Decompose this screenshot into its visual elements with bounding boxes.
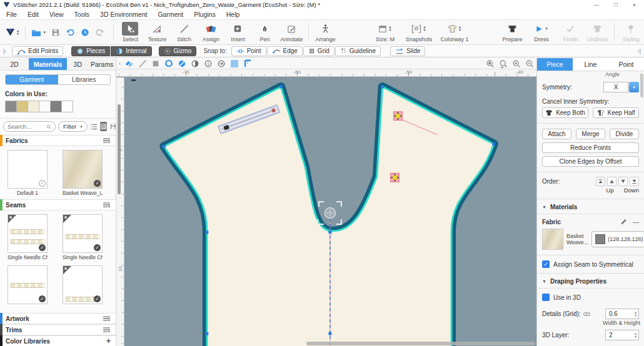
size-selector[interactable]: ▲▼ Size: M bbox=[369, 20, 401, 44]
half-shade-icon[interactable] bbox=[191, 59, 199, 68]
close-button[interactable]: × bbox=[633, 2, 636, 8]
section-menu-icon[interactable] bbox=[103, 315, 111, 322]
expand-right-icon[interactable]: ›| bbox=[638, 48, 641, 54]
symmetry-select-arrow[interactable]: ▾ bbox=[629, 82, 639, 92]
prepare-button[interactable]: Prepare bbox=[499, 20, 526, 44]
pattern-piece-view[interactable] bbox=[116, 77, 536, 346]
assign-seam-checkbox[interactable]: ✓ bbox=[542, 260, 550, 268]
filter-dropdown[interactable]: Filter ▾ bbox=[58, 121, 88, 132]
slide-button[interactable]: Slide bbox=[390, 46, 425, 56]
tool-stitch[interactable]: Stitch bbox=[171, 20, 198, 44]
fabrics-section-header[interactable]: Fabrics bbox=[0, 135, 116, 146]
menu-edit[interactable]: Edit bbox=[28, 11, 39, 18]
undo-icon[interactable] bbox=[66, 28, 75, 37]
fabric-view-icon[interactable] bbox=[125, 59, 134, 68]
menu-garment[interactable]: Garment bbox=[158, 11, 183, 18]
solid-fill-icon[interactable] bbox=[151, 59, 160, 68]
search-input[interactable] bbox=[8, 123, 46, 130]
vertical-scrollbar[interactable] bbox=[118, 104, 121, 194]
color-swatch[interactable] bbox=[39, 101, 51, 112]
add-icon[interactable]: + bbox=[106, 337, 111, 345]
menu-view[interactable]: View bbox=[49, 11, 64, 18]
fabric-item-default[interactable]: ✓ Default 1 bbox=[8, 150, 48, 196]
divide-button[interactable]: Divide bbox=[610, 129, 639, 139]
3d-layer-input[interactable]: 2 ▲▼ bbox=[605, 330, 639, 340]
order-down-button[interactable] bbox=[618, 177, 628, 186]
tab-params[interactable]: Params bbox=[88, 58, 116, 70]
collapse-left-icon[interactable]: |‹ bbox=[3, 48, 6, 54]
colorway-selector[interactable]: ▲▼ Colorway 1 bbox=[436, 20, 473, 44]
keep-half-button[interactable]: Keep Half bbox=[593, 107, 639, 118]
undress-button[interactable]: Undress bbox=[584, 20, 611, 44]
open-button[interactable]: ▾ bbox=[31, 28, 46, 37]
draping-properties-header[interactable]: ▼ Draping Properties bbox=[537, 278, 644, 285]
edit-fabric-icon[interactable] bbox=[620, 218, 628, 225]
library-save-button[interactable] bbox=[109, 122, 116, 131]
internal-lines-icon[interactable] bbox=[178, 59, 186, 68]
tab-garment[interactable]: Garment bbox=[6, 75, 58, 84]
menu-plugins[interactable]: Plugins bbox=[194, 11, 215, 18]
styling-button[interactable]: Styling bbox=[618, 20, 644, 44]
tool-select[interactable]: Select bbox=[117, 20, 144, 44]
link-dimensions-icon[interactable] bbox=[583, 312, 591, 317]
info-icon[interactable] bbox=[204, 59, 213, 68]
zoom-in-icon[interactable] bbox=[512, 59, 521, 68]
seams-section-header[interactable]: Seams bbox=[0, 199, 116, 210]
details-grid-input[interactable]: 0.6 ▲▼ bbox=[605, 309, 639, 319]
tool-texture[interactable]: Texture bbox=[144, 20, 171, 44]
zoom-out-icon[interactable] bbox=[525, 59, 534, 68]
tab-line[interactable]: Line bbox=[573, 58, 608, 71]
tool-pen[interactable]: Pen bbox=[251, 20, 278, 44]
panel-collapse-icon[interactable]: ‹ bbox=[119, 61, 121, 67]
attach-button[interactable]: Attach bbox=[542, 129, 571, 139]
seam-item[interactable]: ✓ Single Needle Chai... bbox=[8, 214, 48, 260]
edit-points-button[interactable]: Edit Points bbox=[12, 46, 63, 56]
menu-tools[interactable]: Tools bbox=[74, 11, 90, 18]
arrow-circle-icon[interactable] bbox=[217, 59, 226, 68]
finish-button[interactable]: Finish bbox=[557, 20, 584, 44]
tab-libraries[interactable]: Libraries bbox=[58, 75, 111, 84]
keep-both-button[interactable]: Keep Both bbox=[542, 107, 588, 118]
fabric-color-chip[interactable]: (128,128,128) bbox=[591, 231, 644, 247]
tool-insert[interactable]: Insert bbox=[224, 20, 251, 44]
minimize-button[interactable]: — bbox=[593, 2, 599, 8]
trims-section-header[interactable]: Trims bbox=[0, 324, 116, 335]
tool-annotate[interactable]: Annotate bbox=[278, 20, 305, 44]
color-swatch[interactable] bbox=[28, 101, 39, 112]
menu-file[interactable]: File bbox=[6, 11, 17, 18]
grid-toggle-icon[interactable] bbox=[230, 59, 239, 68]
fabric-thumbnail[interactable] bbox=[542, 229, 563, 250]
maximize-button[interactable]: □ bbox=[614, 2, 617, 8]
remove-fabric-icon[interactable]: — bbox=[633, 219, 639, 225]
color-swatch[interactable] bbox=[5, 101, 17, 112]
clone-edges-button[interactable]: Clone Edges by Offset bbox=[542, 156, 639, 167]
artwork-section-header[interactable]: Artwork bbox=[0, 313, 116, 324]
snap-guideline-button[interactable]: Guideline bbox=[335, 46, 381, 56]
seam-item[interactable]: ✓ bbox=[63, 265, 103, 304]
internal-toggle[interactable]: Internal bbox=[111, 46, 151, 56]
fabric-item-basket-weave[interactable]: ✓ Basket Weave_Low... bbox=[63, 150, 103, 196]
button-marker[interactable] bbox=[394, 112, 403, 121]
tab-point[interactable]: Point bbox=[608, 58, 644, 71]
tab-2d[interactable]: 2D bbox=[0, 58, 29, 70]
menu-3d-environment[interactable]: 3D Environment bbox=[100, 11, 147, 18]
redo-icon[interactable] bbox=[95, 28, 104, 37]
save-icon[interactable] bbox=[51, 28, 60, 37]
tab-piece[interactable]: Piece bbox=[537, 58, 573, 71]
section-menu-icon[interactable] bbox=[103, 137, 111, 144]
horizontal-scrollbar[interactable] bbox=[306, 342, 535, 345]
symmetry-select[interactable]: X bbox=[603, 82, 628, 92]
snap-grid-button[interactable]: Grid bbox=[303, 46, 335, 56]
grid-view-button[interactable] bbox=[100, 122, 107, 131]
materials-section-header[interactable]: ▼ Materials bbox=[537, 204, 644, 210]
use-in-3d-checkbox[interactable] bbox=[542, 294, 550, 301]
tab-3d[interactable]: 3D bbox=[67, 58, 88, 70]
order-up-button[interactable] bbox=[607, 177, 616, 186]
seam-item[interactable]: ✓ Single Needle Chai... bbox=[63, 214, 103, 260]
order-bottom-button[interactable] bbox=[630, 177, 639, 186]
panel-scrollbar[interactable] bbox=[640, 74, 643, 97]
dress-button[interactable]: ▾ Dress bbox=[526, 20, 557, 44]
merge-button[interactable]: Merge bbox=[576, 129, 605, 139]
color-libraries-section-header[interactable]: Color Libraries + bbox=[0, 335, 116, 346]
section-menu-icon[interactable] bbox=[103, 327, 111, 334]
